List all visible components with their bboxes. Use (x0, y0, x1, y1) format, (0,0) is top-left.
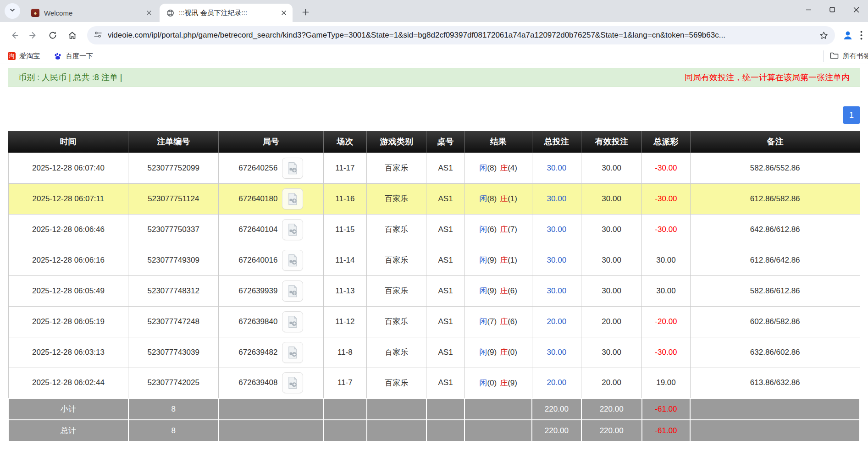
bookmark-taobao[interactable]: 淘 爱淘宝 (7, 52, 40, 60)
tab-search-button[interactable] (5, 3, 20, 19)
cell-valid-bet: 30.00 (581, 337, 642, 368)
cell-session: 11-17 (323, 153, 367, 183)
player-score: (9) (487, 348, 497, 357)
banker-label: 庄 (500, 379, 508, 387)
cell-bet-id: 523077750337 (128, 214, 219, 245)
cell-round: 672639840 (219, 306, 323, 337)
table-body: 2025-12-28 06:07:40 523077752099 6726402… (8, 153, 860, 441)
bookmark-baidu[interactable]: 百度一下 (54, 52, 93, 60)
footer-count: 8 (128, 420, 219, 441)
col-payout: 总派彩 (642, 131, 691, 153)
cell-table-no: AS1 (426, 183, 465, 214)
globe-favicon (166, 9, 174, 17)
video-replay-button[interactable] (282, 280, 303, 302)
cell-remark: 582.86/552.86 (690, 153, 860, 183)
cell-round: 672640016 (219, 245, 323, 275)
new-tab-button[interactable] (298, 5, 313, 19)
cell-game-type: 百家乐 (367, 275, 426, 306)
all-bookmarks-label: 所有书签 (843, 52, 868, 60)
cell-payout: -20.00 (642, 306, 691, 337)
cell-round: 672639408 (219, 368, 323, 398)
cell-bet-id: 523077749309 (128, 245, 219, 275)
player-label: 闲 (479, 256, 487, 264)
forward-button[interactable] (25, 27, 42, 44)
address-bar[interactable]: videoie.com/ipl/portal.php/game/betrecor… (87, 26, 835, 44)
player-score: (8) (487, 194, 497, 203)
banker-score: (4) (508, 164, 517, 172)
pagination: 1 (8, 106, 860, 124)
cell-result: 闲(9)庄(1) (464, 245, 532, 275)
cell-session: 11-16 (323, 183, 367, 214)
cell-table-no: AS1 (426, 275, 465, 306)
cell-bet-id: 523077742025 (128, 368, 219, 398)
cell-round: 672640256 (219, 153, 323, 183)
cell-total-bet: 30.00 (532, 214, 581, 245)
cell-round: 672640104 (219, 214, 323, 245)
cell-bet-id: 523077748312 (128, 275, 219, 306)
cell-bet-id: 523077743039 (128, 337, 219, 368)
cell-table-no: AS1 (426, 306, 465, 337)
banker-label: 庄 (500, 164, 508, 172)
col-session: 场次 (323, 131, 367, 153)
cell-result: 闲(7)庄(6) (464, 306, 532, 337)
video-replay-button[interactable] (282, 250, 303, 271)
banker-label: 庄 (500, 286, 508, 295)
banker-score: (9) (508, 379, 517, 387)
home-button[interactable] (63, 27, 81, 44)
cell-remark: 642.86/612.86 (690, 214, 860, 245)
tab-welcome[interactable]: ♠ Welcome (25, 4, 158, 22)
video-replay-button[interactable] (282, 188, 303, 209)
cell-game-type: 百家乐 (367, 245, 426, 275)
url-text[interactable]: videoie.com/ipl/portal.php/game/betrecor… (108, 31, 815, 40)
footer-label: 总计 (8, 420, 128, 441)
player-label: 闲 (479, 348, 487, 357)
table-row: 2025-12-28 06:06:46 523077750337 6726401… (8, 214, 860, 245)
table-row: 2025-12-28 06:05:49 523077748312 6726399… (8, 275, 860, 306)
profile-avatar[interactable] (840, 27, 856, 44)
round-number: 672640104 (238, 225, 277, 234)
cell-session: 11-8 (323, 337, 367, 368)
player-label: 闲 (479, 225, 487, 234)
footer-valid-bet: 220.00 (581, 398, 642, 420)
cell-payout: 30.00 (642, 245, 691, 275)
reload-button[interactable] (44, 27, 61, 44)
minimize-button[interactable] (796, 0, 820, 19)
close-window-button[interactable] (844, 0, 868, 19)
all-bookmarks[interactable]: 所有书签 (823, 50, 868, 62)
cell-bet-id: 523077751124 (128, 183, 219, 214)
cell-game-type: 百家乐 (367, 183, 426, 214)
cell-valid-bet: 20.00 (581, 306, 642, 337)
cell-remark: 602.86/582.86 (690, 306, 860, 337)
cell-payout: 19.00 (642, 368, 691, 398)
back-button[interactable] (6, 27, 23, 44)
video-replay-button[interactable] (282, 311, 303, 332)
tab-bet-record[interactable]: :::视讯 会员下注纪录::: (160, 4, 293, 22)
col-result: 结果 (464, 131, 532, 153)
close-tab-icon[interactable] (144, 8, 154, 18)
close-tab-icon[interactable] (279, 8, 289, 18)
banker-label: 庄 (500, 348, 508, 357)
folder-icon (830, 52, 839, 60)
maximize-button[interactable] (820, 0, 844, 19)
page-1-button[interactable]: 1 (843, 106, 860, 124)
video-replay-button[interactable] (282, 219, 303, 240)
cell-time: 2025-12-28 06:06:46 (8, 214, 128, 245)
menu-icon[interactable] (856, 31, 866, 40)
cell-time: 2025-12-28 06:05:49 (8, 275, 128, 306)
table-row: 2025-12-28 06:06:16 523077749309 6726400… (8, 245, 860, 275)
cell-result: 闲(9)庄(0) (464, 337, 532, 368)
cell-valid-bet: 20.00 (581, 368, 642, 398)
bookmark-star-icon[interactable] (819, 31, 829, 40)
cell-remark: 612.86/582.86 (690, 183, 860, 214)
cell-session: 11-7 (323, 368, 367, 398)
video-replay-button[interactable] (282, 158, 303, 179)
casino-favicon: ♠ (31, 9, 39, 17)
footer-valid-bet: 220.00 (581, 420, 642, 441)
cell-total-bet: 20.00 (532, 368, 581, 398)
video-replay-button[interactable] (282, 342, 303, 363)
cell-game-type: 百家乐 (367, 337, 426, 368)
banker-label: 庄 (500, 317, 508, 326)
round-number: 672639939 (238, 286, 277, 295)
site-info-icon[interactable] (94, 30, 102, 41)
video-replay-button[interactable] (282, 372, 303, 393)
